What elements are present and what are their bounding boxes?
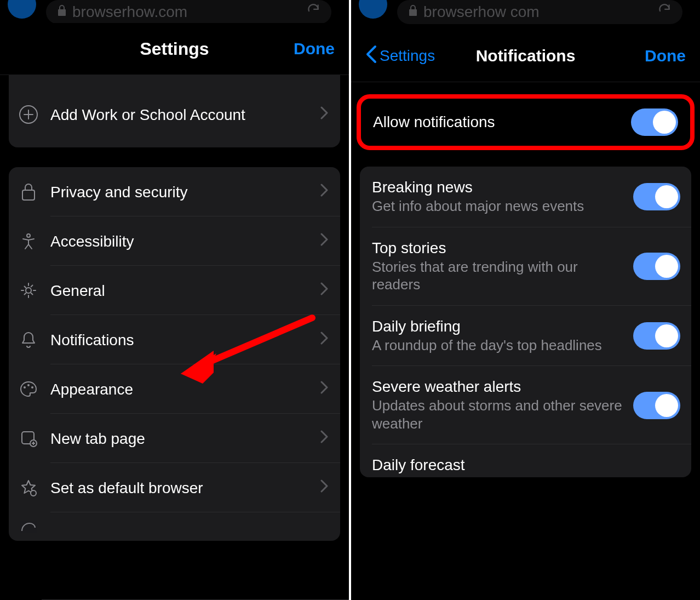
option-daily-briefing[interactable]: Daily briefing A roundup of the day's to…	[360, 306, 691, 367]
done-button[interactable]: Done	[294, 39, 335, 58]
option-breaking-news[interactable]: Breaking news Get info about major news …	[360, 167, 691, 227]
allow-label: Allow notifications	[373, 113, 622, 131]
done-button[interactable]: Done	[645, 47, 686, 65]
settings-label: Set as default browser	[43, 478, 315, 498]
lock-icon	[408, 4, 418, 19]
toggle[interactable]	[633, 253, 680, 280]
settings-label: New tab page	[43, 429, 315, 448]
option-severe-weather[interactable]: Severe weather alerts Updates about stor…	[360, 366, 691, 444]
settings-row-default-browser[interactable]: Set as default browser	[9, 463, 340, 512]
svg-point-4	[24, 386, 26, 388]
refresh-icon[interactable]	[306, 3, 320, 21]
settings-row-privacy[interactable]: Privacy and security	[9, 167, 340, 216]
option-subtitle: Get info about major news events	[372, 197, 624, 215]
accessibility-icon	[14, 232, 43, 250]
profile-avatar[interactable]	[359, 0, 387, 19]
settings-row-appearance[interactable]: Appearance	[9, 364, 340, 414]
settings-label: Accessibility	[43, 232, 315, 251]
back-label: Settings	[380, 47, 435, 65]
profile-avatar[interactable]	[8, 0, 36, 19]
bell-icon	[14, 330, 43, 349]
svg-point-2	[27, 234, 30, 237]
address-bar: browserhow com	[351, 0, 700, 30]
toggle[interactable]	[633, 322, 680, 350]
option-top-stories[interactable]: Top stories Stories that are trending wi…	[360, 227, 691, 306]
navbar: Settings Done	[0, 23, 349, 75]
plus-circle-icon	[14, 105, 43, 124]
settings-label: Notifications	[43, 330, 315, 350]
settings-label: Appearance	[43, 380, 315, 399]
option-subtitle: A roundup of the day's top headlines	[372, 336, 624, 355]
option-daily-forecast[interactable]: Daily forecast	[360, 444, 691, 477]
option-title: Daily forecast	[372, 456, 672, 474]
navbar: Settings Notifications Done	[351, 30, 700, 82]
edge-icon	[14, 521, 43, 532]
toggle[interactable]	[633, 392, 680, 419]
back-button[interactable]: Settings	[365, 45, 435, 67]
svg-point-3	[26, 288, 31, 293]
newtab-icon	[14, 430, 43, 447]
palette-icon	[14, 380, 43, 398]
settings-row-notifications[interactable]: Notifications	[9, 315, 340, 364]
option-title: Top stories	[372, 239, 624, 257]
settings-row-general[interactable]: General	[9, 266, 340, 315]
allow-notifications-row[interactable]: Allow notifications	[361, 99, 690, 146]
settings-row-accessibility[interactable]: Accessibility	[9, 216, 340, 266]
chevron-right-icon	[315, 479, 331, 496]
option-subtitle: Stories that are trending with our reade…	[372, 258, 624, 294]
svg-point-6	[31, 386, 33, 388]
screenshot-left: browserhow.com Settings Done	[0, 0, 349, 600]
settings-row-newtab[interactable]: New tab page	[9, 414, 340, 463]
refresh-icon[interactable]	[657, 3, 672, 21]
gear-icon	[14, 282, 43, 299]
option-title: Breaking news	[372, 179, 624, 196]
chevron-right-icon	[315, 380, 331, 398]
svg-point-9	[31, 490, 36, 496]
url-text: browserhow.com	[72, 3, 306, 21]
url-field[interactable]: browserhow com	[397, 0, 682, 24]
option-subtitle: Updates about storms and other severe we…	[372, 397, 624, 432]
url-text: browserhow com	[423, 3, 657, 21]
add-account-label: Add Work or School Account	[43, 105, 315, 124]
lock-icon	[57, 4, 67, 19]
annotation-highlight: Allow notifications	[357, 94, 695, 150]
settings-label: Privacy and security	[43, 182, 315, 202]
option-title: Daily briefing	[372, 318, 624, 335]
chevron-right-icon	[315, 430, 331, 447]
lock-icon	[14, 182, 43, 201]
svg-point-5	[27, 384, 30, 386]
settings-row-cutoff[interactable]	[9, 512, 340, 541]
star-gear-icon	[14, 479, 43, 496]
toggle[interactable]	[633, 183, 680, 210]
chevron-right-icon	[315, 106, 331, 123]
add-account-row[interactable]: Add Work or School Account	[9, 82, 340, 147]
chevron-left-icon	[365, 45, 377, 67]
chevron-right-icon	[315, 331, 331, 348]
svg-rect-1	[22, 190, 35, 200]
settings-modal: Settings Done Add Work or School Account	[0, 23, 349, 600]
chevron-right-icon	[315, 232, 331, 250]
chevron-right-icon	[315, 282, 331, 299]
screenshot-right: browserhow com Settings Notifications Do…	[351, 0, 700, 600]
url-field[interactable]: browserhow.com	[46, 0, 331, 24]
allow-toggle[interactable]	[631, 108, 678, 136]
settings-label: General	[43, 281, 315, 300]
option-title: Severe weather alerts	[372, 378, 624, 396]
chevron-right-icon	[315, 183, 331, 201]
